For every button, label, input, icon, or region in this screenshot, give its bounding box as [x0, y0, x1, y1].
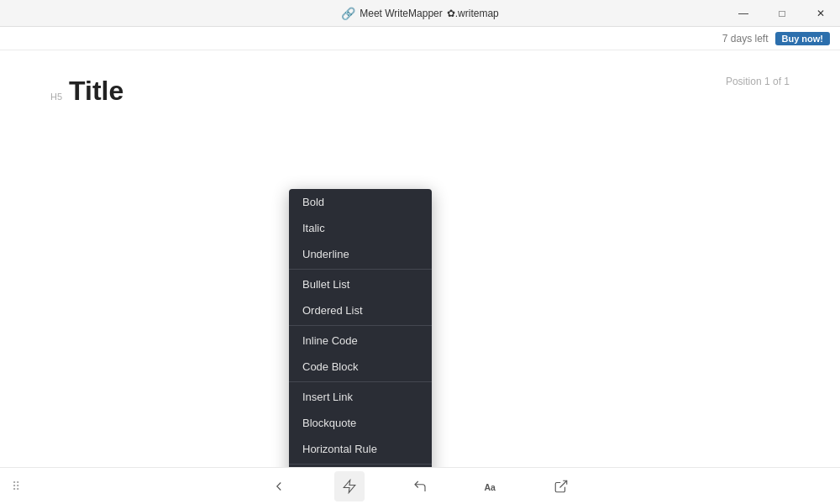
menu-item-bullet-list[interactable]: Bullet List [289, 271, 432, 297]
trial-text: 7 days left [722, 33, 769, 45]
menu-divider-3 [289, 381, 432, 382]
menu-item-blockquote[interactable]: Blockquote [289, 410, 432, 436]
undo-icon [412, 479, 428, 494]
menu-divider-4 [289, 464, 432, 465]
menu-item-insert-link[interactable]: Insert Link [289, 384, 432, 410]
window-controls: — □ ✕ [724, 0, 840, 27]
font-size-icon: Aa [483, 479, 498, 494]
app-title: Meet WriteMapper [360, 8, 442, 19]
back-icon [271, 479, 286, 494]
close-button[interactable]: ✕ [801, 0, 840, 27]
back-button[interactable] [264, 471, 294, 501]
menu-item-ordered-list[interactable]: Ordered List [289, 297, 432, 323]
menu-divider-2 [289, 325, 432, 326]
svg-text:Aa: Aa [485, 481, 496, 491]
position-label: Position 1 of 1 [726, 76, 790, 87]
minimize-button[interactable]: — [724, 0, 763, 27]
svg-line-2 [560, 480, 567, 487]
page-title[interactable]: Title [69, 76, 123, 106]
heading-label: H5 [50, 92, 62, 102]
undo-button[interactable] [405, 471, 435, 501]
bottom-toolbar: ⠿ Aa [0, 467, 840, 504]
font-size-button[interactable]: Aa [475, 471, 506, 501]
menu-item-inline-code[interactable]: Inline Code [289, 328, 432, 354]
title-bar-title: 🔗 Meet WriteMapper ✿.writemap [341, 7, 499, 20]
menu-item-code-block[interactable]: Code Block [289, 354, 432, 380]
editor-area: H5Title Position 1 of 1 [0, 50, 840, 132]
menu-divider-1 [289, 269, 432, 270]
insert-icon [342, 479, 357, 494]
menu-item-image-from-file[interactable]: Image from File [289, 466, 432, 467]
app-subtitle: ✿.writemap [447, 8, 499, 19]
main-content: H5Title Position 1 of 1 Bold Italic Unde… [0, 50, 840, 467]
app-logo-icon: 🔗 [341, 7, 355, 20]
maximize-button[interactable]: □ [763, 0, 801, 27]
menu-item-underline[interactable]: Underline [289, 241, 432, 267]
insert-button[interactable] [334, 471, 365, 501]
drag-handle-icon: ⠿ [12, 480, 20, 493]
buy-now-button[interactable]: Buy now! [775, 32, 831, 45]
context-menu: Bold Italic Underline Bullet List Ordere… [289, 189, 432, 467]
menu-item-horizontal-rule[interactable]: Horizontal Rule [289, 436, 432, 462]
title-bar: 🔗 Meet WriteMapper ✿.writemap — □ ✕ [0, 0, 840, 27]
trial-bar: 7 days left Buy now! [0, 27, 840, 50]
menu-item-italic[interactable]: Italic [289, 215, 432, 241]
menu-item-bold[interactable]: Bold [289, 189, 432, 215]
export-icon [554, 479, 569, 494]
svg-marker-0 [344, 480, 355, 492]
export-button[interactable] [546, 471, 576, 501]
